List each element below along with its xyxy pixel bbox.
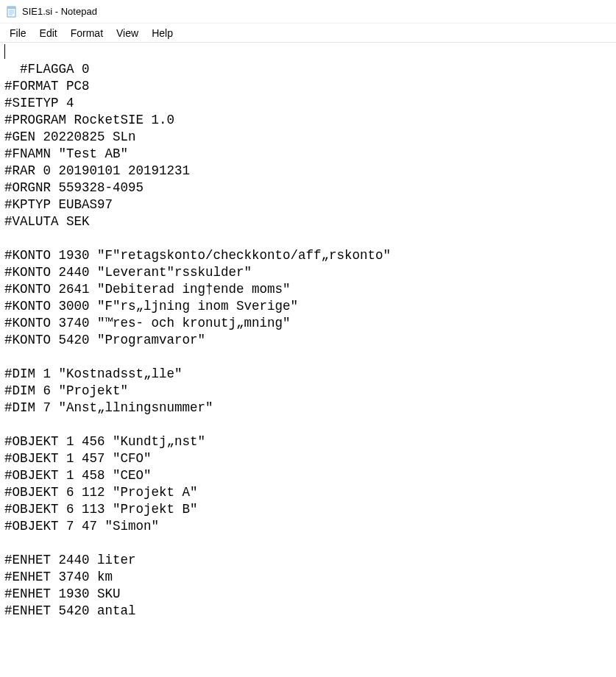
menu-edit[interactable]: Edit	[33, 25, 64, 41]
menu-view[interactable]: View	[110, 25, 145, 41]
menu-bar: File Edit Format View Help	[0, 24, 616, 43]
window-title: SIE1.si - Notepad	[22, 6, 97, 17]
menu-help[interactable]: Help	[145, 25, 180, 41]
menu-file[interactable]: File	[3, 25, 33, 41]
menu-format[interactable]: Format	[64, 25, 110, 41]
document-content: #FLAGGA 0 #FORMAT PC8 #SIETYP 4 #PROGRAM…	[4, 62, 391, 618]
text-caret	[4, 44, 5, 59]
text-editor[interactable]: #FLAGGA 0 #FORMAT PC8 #SIETYP 4 #PROGRAM…	[0, 43, 616, 677]
window-titlebar: SIE1.si - Notepad	[0, 0, 616, 24]
notepad-icon	[6, 6, 18, 18]
svg-rect-1	[7, 7, 15, 9]
